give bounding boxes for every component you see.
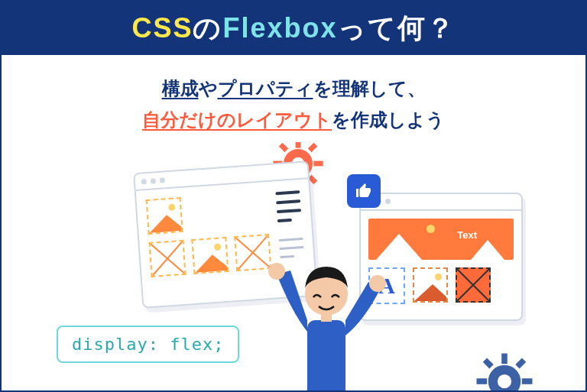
sub-a: 構成 <box>162 78 199 99</box>
svg-rect-20 <box>307 320 345 390</box>
title-no: の <box>193 10 222 47</box>
title-flexbox: Flexbox <box>222 12 337 44</box>
svg-rect-24 <box>321 313 332 322</box>
title-bar: CSS の Flexbox って何？ <box>2 2 585 55</box>
sub2-a: 自分だけのレイアウト <box>142 109 332 130</box>
thumbnail-tile <box>413 267 448 303</box>
svg-rect-4 <box>313 160 323 166</box>
sub-b: や <box>199 78 218 99</box>
svg-rect-16 <box>515 358 526 368</box>
svg-rect-14 <box>522 378 533 384</box>
illustration-stage: Text A displa <box>2 142 585 390</box>
person-illustration <box>254 228 399 390</box>
subtitle-line1: 構成やプロパティを理解して、 <box>2 73 585 105</box>
svg-point-19 <box>498 374 511 388</box>
svg-point-22 <box>369 275 386 292</box>
gear-icon <box>475 352 533 390</box>
title-css: CSS <box>131 12 193 44</box>
svg-rect-6 <box>308 142 318 152</box>
title-what: って何？ <box>338 10 456 47</box>
subtitle: 構成やプロパティを理解して、 自分だけのレイアウトを作成しよう <box>2 55 585 142</box>
svg-rect-13 <box>477 378 488 384</box>
thumbnail-tile <box>191 237 229 274</box>
thumbnail-tile <box>146 197 183 235</box>
thumbs-up-icon <box>347 174 381 208</box>
code-bubble: display: flex; <box>57 326 239 363</box>
subtitle-line2: 自分だけのレイアウトを作成しよう <box>2 105 585 136</box>
svg-rect-1 <box>296 142 301 148</box>
svg-rect-11 <box>501 354 508 364</box>
thumbnail-tile <box>148 239 186 277</box>
sub-d: を理解して、 <box>313 78 426 99</box>
sub-c: プロパティ <box>218 78 313 99</box>
hero-banner: CSS の Flexbox って何？ 構成やプロパティを理解して、 自分だけのレ… <box>0 0 587 392</box>
svg-point-21 <box>268 263 285 280</box>
svg-rect-15 <box>483 358 494 368</box>
banner-text: Text <box>457 229 477 241</box>
svg-rect-5 <box>279 142 289 152</box>
sub2-b: を作成しよう <box>332 109 445 130</box>
thumbnail-tile <box>456 267 491 303</box>
window-titlebar <box>361 194 521 211</box>
